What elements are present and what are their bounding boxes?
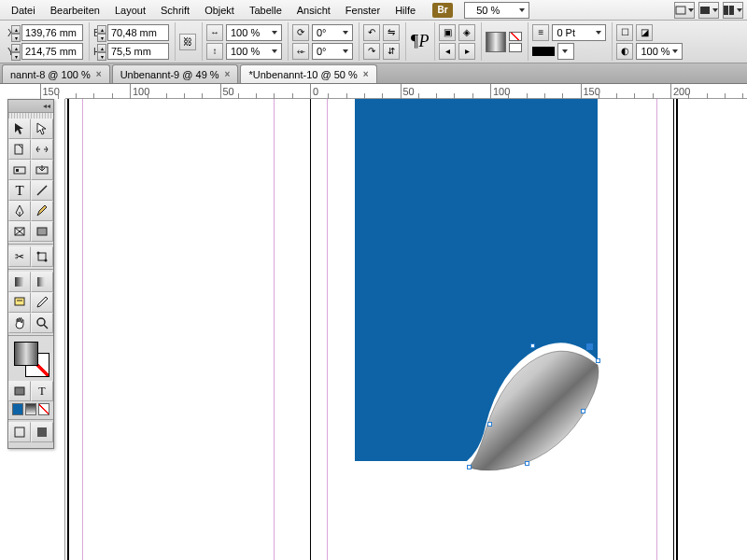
anchor-point[interactable] bbox=[467, 465, 472, 469]
page-tool[interactable] bbox=[8, 139, 31, 160]
scale-group: ↔100 % ↕100 % bbox=[202, 22, 286, 61]
anchor-point[interactable] bbox=[581, 409, 585, 413]
menu-hilfe[interactable]: Hilfe bbox=[388, 1, 423, 20]
rotate-ccw-icon[interactable]: ↶ bbox=[363, 24, 380, 41]
svg-point-14 bbox=[37, 252, 40, 255]
menu-ansicht[interactable]: Ansicht bbox=[289, 1, 338, 20]
document-tab[interactable]: Unbenannt-9 @ 49 %× bbox=[112, 64, 239, 83]
anchor-point[interactable] bbox=[487, 422, 492, 427]
view-options-button[interactable] bbox=[674, 2, 695, 19]
gradient-swatch-tool[interactable] bbox=[8, 272, 31, 292]
rectangle-frame-tool[interactable] bbox=[8, 221, 31, 242]
height-input[interactable]: ▴▾75,5 mm bbox=[107, 43, 169, 60]
document-tab[interactable]: *Unbenannt-10 @ 50 %× bbox=[240, 64, 376, 83]
constrain-proportions-icon[interactable]: ⛓ bbox=[179, 34, 196, 50]
width-input[interactable]: ▴▾70,48 mm bbox=[107, 24, 169, 41]
formatting-container-icon[interactable] bbox=[8, 381, 31, 401]
scissors-tool[interactable]: ✂ bbox=[8, 246, 31, 267]
horizontal-ruler[interactable]: 15010050050100150200250 bbox=[65, 84, 747, 99]
eyedropper-tool[interactable] bbox=[31, 292, 53, 313]
scale-y-input[interactable]: 100 % bbox=[226, 43, 282, 60]
flip-h-icon[interactable]: ⇋ bbox=[383, 24, 400, 41]
bridge-button[interactable]: Br bbox=[432, 3, 453, 18]
zoom-level-dropdown[interactable]: 50 % bbox=[464, 2, 529, 19]
paragraph-style-icon[interactable]: ¶P bbox=[410, 32, 429, 51]
note-tool[interactable] bbox=[8, 292, 31, 313]
normal-view-mode[interactable] bbox=[8, 422, 31, 442]
document-tab[interactable]: nannt-8 @ 100 %× bbox=[2, 64, 110, 83]
apply-gradient[interactable] bbox=[25, 403, 36, 415]
pencil-tool[interactable] bbox=[31, 201, 53, 221]
fill-gradient-swatch[interactable] bbox=[486, 32, 506, 52]
gradient-feather-tool[interactable] bbox=[31, 272, 53, 292]
type-tool[interactable]: T bbox=[8, 180, 31, 201]
zoom-tool[interactable] bbox=[31, 313, 53, 333]
content-collector-tool[interactable] bbox=[8, 160, 31, 180]
free-transform-tool[interactable] bbox=[31, 246, 53, 267]
y-input[interactable]: ▴▾214,75 mm bbox=[21, 43, 83, 60]
svg-rect-3 bbox=[729, 6, 734, 15]
scale-x-input[interactable]: 100 % bbox=[226, 24, 282, 41]
apply-color[interactable] bbox=[12, 403, 23, 415]
menu-schrift[interactable]: Schrift bbox=[153, 1, 197, 20]
arrange-button[interactable] bbox=[723, 2, 743, 19]
stroke-style-dropdown[interactable] bbox=[557, 43, 574, 60]
select-next-icon[interactable]: ▸ bbox=[458, 43, 475, 60]
select-container-icon[interactable]: ▣ bbox=[439, 24, 456, 41]
anchor-point[interactable] bbox=[596, 358, 600, 363]
drop-shadow-icon[interactable]: ◪ bbox=[636, 24, 653, 41]
selection-handle[interactable] bbox=[586, 343, 593, 350]
stroke-none-swatch[interactable] bbox=[509, 32, 522, 41]
page-curl-shape[interactable] bbox=[465, 337, 605, 477]
hand-tool[interactable] bbox=[8, 313, 31, 333]
close-icon[interactable]: × bbox=[225, 69, 231, 79]
apply-none[interactable] bbox=[38, 403, 49, 415]
select-content-icon[interactable]: ◈ bbox=[458, 24, 475, 41]
svg-rect-5 bbox=[14, 167, 25, 174]
menu-bar: Datei Bearbeiten Layout Schrift Objekt T… bbox=[0, 0, 747, 21]
anchor-point[interactable] bbox=[530, 343, 535, 348]
shear-input[interactable]: 0° bbox=[312, 43, 353, 60]
menu-objekt[interactable]: Objekt bbox=[197, 1, 242, 20]
select-prev-icon[interactable]: ◂ bbox=[439, 43, 456, 60]
svg-line-21 bbox=[44, 325, 48, 329]
scale-x-icon: ↔ bbox=[206, 24, 223, 41]
menu-datei[interactable]: Datei bbox=[4, 1, 43, 20]
anchor-point[interactable] bbox=[525, 461, 529, 466]
screen-mode-button[interactable] bbox=[698, 2, 719, 19]
fill-stroke-swatch[interactable] bbox=[8, 338, 53, 381]
control-bar: X: ▴▾139,76 mm Y: ▴▾214,75 mm B: ▴▾70,48… bbox=[0, 21, 747, 63]
svg-rect-13 bbox=[38, 253, 46, 260]
fill-swatch[interactable] bbox=[14, 342, 38, 366]
opacity-input[interactable]: 100 % bbox=[636, 43, 683, 60]
flip-v-icon[interactable]: ⇵ bbox=[383, 43, 400, 60]
stroke-weight-input[interactable]: 0 Pt bbox=[552, 24, 606, 41]
canvas[interactable] bbox=[65, 99, 747, 560]
panel-header[interactable]: ◂◂ bbox=[8, 100, 53, 113]
menu-fenster[interactable]: Fenster bbox=[338, 1, 388, 20]
formatting-text-icon[interactable]: T bbox=[31, 381, 53, 401]
rotate-input[interactable]: 0° bbox=[312, 24, 353, 41]
rotate-icon: ⟳ bbox=[292, 24, 309, 41]
gap-tool[interactable] bbox=[31, 139, 53, 160]
svg-point-15 bbox=[45, 259, 48, 262]
menu-layout[interactable]: Layout bbox=[107, 1, 153, 20]
stroke-weight-icon: ≡ bbox=[532, 24, 549, 41]
close-icon[interactable]: × bbox=[96, 69, 102, 79]
x-input[interactable]: ▴▾139,76 mm bbox=[21, 24, 83, 41]
chevron-down-icon bbox=[688, 8, 694, 12]
pen-tool[interactable] bbox=[8, 201, 31, 221]
line-tool[interactable] bbox=[31, 180, 53, 201]
rotate-cw-icon[interactable]: ↷ bbox=[363, 43, 380, 60]
stroke-swap-icon[interactable] bbox=[509, 43, 522, 52]
close-icon[interactable]: × bbox=[363, 69, 369, 79]
menu-bearbeiten[interactable]: Bearbeiten bbox=[43, 1, 107, 20]
selection-tool[interactable] bbox=[8, 119, 31, 139]
stroke-style-swatch[interactable] bbox=[532, 47, 555, 56]
rectangle-tool[interactable] bbox=[31, 221, 53, 242]
direct-selection-tool[interactable] bbox=[31, 119, 53, 139]
preview-mode[interactable] bbox=[31, 422, 53, 442]
menu-tabelle[interactable]: Tabelle bbox=[242, 1, 289, 20]
effects-icon[interactable]: ☐ bbox=[616, 24, 633, 41]
content-placer-tool[interactable] bbox=[31, 160, 53, 180]
